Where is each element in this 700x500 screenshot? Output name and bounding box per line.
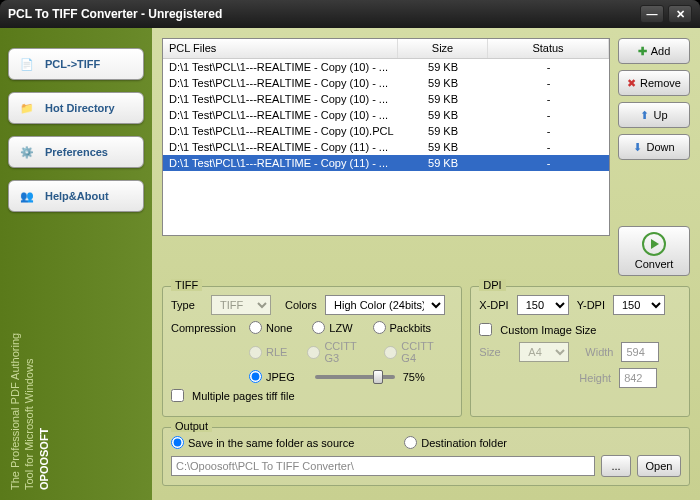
- multipage-checkbox[interactable]: [171, 389, 184, 402]
- sidebar-item-help[interactable]: 👥 Help&About: [8, 180, 144, 212]
- sidebar-item-label: Preferences: [45, 146, 108, 158]
- sidebar-item-label: PCL->TIFF: [45, 58, 100, 70]
- tiff-panel: TIFF Type TIFF Colors High Color (24bits…: [162, 286, 462, 417]
- close-button[interactable]: ✕: [668, 5, 692, 23]
- custom-size-label: Custom Image Size: [500, 324, 596, 336]
- table-row[interactable]: D:\1 Test\PCL\1---REALTIME - Copy (11) -…: [163, 155, 609, 171]
- sidebar-item-label: Hot Directory: [45, 102, 115, 114]
- x-icon: ✖: [627, 77, 636, 90]
- down-arrow-icon: ⬇: [633, 141, 642, 154]
- comp-g4-radio: [384, 346, 397, 359]
- sidebar-item-pcl-tiff[interactable]: 📄 PCL->TIFF: [8, 48, 144, 80]
- help-icon: 👥: [17, 186, 37, 206]
- jpeg-quality-value: 75%: [403, 371, 425, 383]
- compression-label: Compression: [171, 322, 241, 334]
- dest-folder-radio[interactable]: [404, 436, 417, 449]
- width-label: Width: [585, 346, 613, 358]
- type-label: Type: [171, 299, 203, 311]
- colors-label: Colors: [285, 299, 317, 311]
- plus-icon: ✚: [638, 45, 647, 58]
- size-select: A4: [519, 342, 569, 362]
- app-window: PCL To TIFF Converter - Unregistered — ✕…: [0, 0, 700, 500]
- window-title: PCL To TIFF Converter - Unregistered: [8, 7, 636, 21]
- comp-none-radio[interactable]: [249, 321, 262, 334]
- comp-packbits-radio[interactable]: [373, 321, 386, 334]
- table-row[interactable]: D:\1 Test\PCL\1---REALTIME - Copy (10) -…: [163, 107, 609, 123]
- custom-size-checkbox[interactable]: [479, 323, 492, 336]
- output-panel-title: Output: [171, 420, 212, 432]
- table-row[interactable]: D:\1 Test\PCL\1---REALTIME - Copy (10) -…: [163, 75, 609, 91]
- same-folder-radio[interactable]: [171, 436, 184, 449]
- colors-select[interactable]: High Color (24bits): [325, 295, 445, 315]
- height-label: Height: [579, 372, 611, 384]
- minimize-button[interactable]: —: [640, 5, 664, 23]
- remove-button[interactable]: ✖Remove: [618, 70, 690, 96]
- titlebar: PCL To TIFF Converter - Unregistered — ✕: [0, 0, 700, 28]
- brand-text: The Professional PDF Authoring Tool for …: [8, 310, 51, 490]
- output-panel: Output Save in the same folder as source…: [162, 427, 690, 486]
- file-list-header: PCL Files Size Status: [163, 39, 609, 59]
- type-select[interactable]: TIFF: [211, 295, 271, 315]
- down-button[interactable]: ⬇Down: [618, 134, 690, 160]
- gear-icon: ⚙️: [17, 142, 37, 162]
- comp-lzw-radio[interactable]: [312, 321, 325, 334]
- col-status[interactable]: Status: [488, 39, 609, 58]
- add-button[interactable]: ✚Add: [618, 38, 690, 64]
- sidebar-item-hot-directory[interactable]: 📁 Hot Directory: [8, 92, 144, 124]
- open-button[interactable]: Open: [637, 455, 681, 477]
- convert-button[interactable]: Convert: [618, 226, 690, 276]
- sidebar-item-label: Help&About: [45, 190, 109, 202]
- folder-icon: 📁: [17, 98, 37, 118]
- table-row[interactable]: D:\1 Test\PCL\1---REALTIME - Copy (10) -…: [163, 91, 609, 107]
- table-row[interactable]: D:\1 Test\PCL\1---REALTIME - Copy (10).P…: [163, 123, 609, 139]
- comp-jpeg-radio[interactable]: [249, 370, 262, 383]
- width-input: [621, 342, 659, 362]
- height-input: [619, 368, 657, 388]
- col-size[interactable]: Size: [398, 39, 488, 58]
- play-icon: [642, 232, 666, 256]
- dpi-panel: DPI X-DPI 150 Y-DPI 150 Custom Image Siz…: [470, 286, 690, 417]
- tiff-panel-title: TIFF: [171, 279, 202, 291]
- col-files[interactable]: PCL Files: [163, 39, 398, 58]
- multipage-label: Multiple pages tiff file: [192, 390, 295, 402]
- xdpi-select[interactable]: 150: [517, 295, 569, 315]
- output-path-input: [171, 456, 595, 476]
- main-panel: PCL Files Size Status D:\1 Test\PCL\1---…: [152, 28, 700, 500]
- size-label: Size: [479, 346, 511, 358]
- comp-g3-radio: [307, 346, 320, 359]
- jpeg-quality-slider[interactable]: [315, 375, 395, 379]
- up-arrow-icon: ⬆: [640, 109, 649, 122]
- table-row[interactable]: D:\1 Test\PCL\1---REALTIME - Copy (11) -…: [163, 139, 609, 155]
- xdpi-label: X-DPI: [479, 299, 508, 311]
- ydpi-label: Y-DPI: [577, 299, 605, 311]
- file-list[interactable]: PCL Files Size Status D:\1 Test\PCL\1---…: [162, 38, 610, 236]
- ydpi-select[interactable]: 150: [613, 295, 665, 315]
- table-row[interactable]: D:\1 Test\PCL\1---REALTIME - Copy (10) -…: [163, 59, 609, 75]
- pcl-icon: 📄: [17, 54, 37, 74]
- sidebar: 📄 PCL->TIFF 📁 Hot Directory ⚙️ Preferenc…: [0, 28, 152, 500]
- sidebar-item-preferences[interactable]: ⚙️ Preferences: [8, 136, 144, 168]
- dpi-panel-title: DPI: [479, 279, 505, 291]
- comp-rle-radio: [249, 346, 262, 359]
- action-buttons: ✚Add ✖Remove ⬆Up ⬇Down Convert: [618, 38, 690, 276]
- up-button[interactable]: ⬆Up: [618, 102, 690, 128]
- browse-button[interactable]: ...: [601, 455, 631, 477]
